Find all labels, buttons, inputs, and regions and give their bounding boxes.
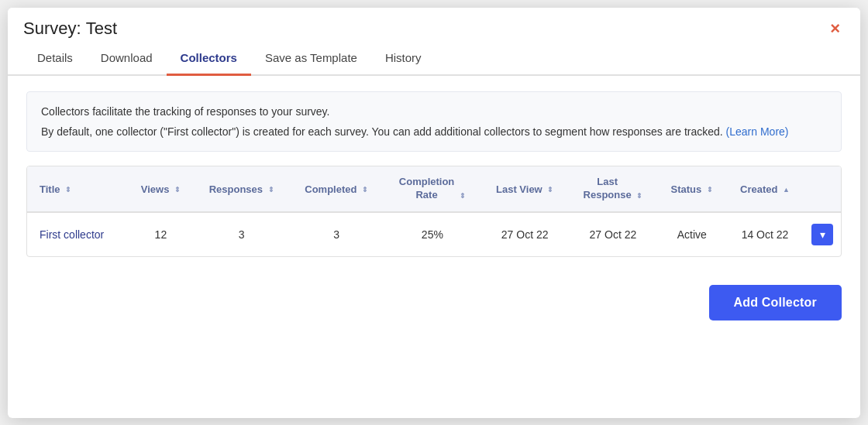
cell-completed: 3 — [290, 212, 384, 256]
tab-details[interactable]: Details — [23, 42, 87, 76]
modal-title-name: Test — [86, 19, 117, 38]
col-last-response-label: LastResponse — [584, 176, 632, 202]
row-action-button[interactable]: ▾ — [811, 224, 833, 245]
info-line2-text: By default, one collector ("First collec… — [41, 125, 723, 138]
sort-icon-completed: ⇕ — [362, 186, 368, 194]
cell-status: Active — [658, 212, 727, 256]
cell-action: ▾ — [804, 212, 841, 256]
cell-last-response: 27 Oct 22 — [568, 212, 657, 256]
col-views-label: Views — [141, 183, 170, 195]
info-line1: Collectors facilitate the tracking of re… — [41, 103, 827, 120]
collectors-table: Title ⇕ Views ⇕ Responses ⇕ Completed — [27, 166, 841, 256]
close-button[interactable]: × — [825, 19, 845, 39]
modal-body: Collectors facilitate the tracking of re… — [8, 76, 860, 273]
tab-collectors[interactable]: Collectors — [167, 42, 251, 76]
table-row: First collector 12 3 3 25% 27 Oct 22 27 … — [27, 212, 841, 256]
sort-icon-views: ⇕ — [174, 186, 181, 194]
cell-created: 14 Oct 22 — [726, 212, 804, 256]
col-responses-label: Responses — [209, 183, 263, 195]
tab-download[interactable]: Download — [87, 42, 167, 76]
sort-icon-last-response: ⇕ — [636, 192, 642, 200]
col-completion-rate-label: CompletionRate — [399, 176, 455, 202]
cell-views: 12 — [128, 212, 194, 256]
col-header-title[interactable]: Title ⇕ — [27, 166, 128, 212]
col-header-completion-rate[interactable]: CompletionRate ⇕ — [384, 166, 481, 212]
modal-title: Survey: Test — [23, 19, 117, 39]
sort-icon-completion-rate: ⇕ — [460, 192, 466, 200]
cell-last-view: 27 Oct 22 — [481, 212, 568, 256]
col-header-last-response[interactable]: LastResponse ⇕ — [568, 166, 657, 212]
sort-icon-created: ▲ — [783, 186, 790, 194]
tab-save-as-template[interactable]: Save as Template — [251, 42, 371, 76]
col-status-label: Status — [671, 183, 702, 195]
sort-icon-responses: ⇕ — [268, 186, 274, 194]
info-line2: By default, one collector ("First collec… — [41, 123, 827, 140]
col-completed-label: Completed — [305, 183, 356, 195]
info-box: Collectors facilitate the tracking of re… — [26, 91, 842, 153]
survey-modal: Survey: Test × Details Download Collecto… — [8, 8, 860, 418]
chevron-down-icon: ▾ — [820, 228, 825, 241]
col-header-responses[interactable]: Responses ⇕ — [194, 166, 290, 212]
sort-icon-last-view: ⇕ — [547, 186, 553, 194]
learn-more-link[interactable]: (Learn More) — [726, 125, 789, 138]
col-header-completed[interactable]: Completed ⇕ — [290, 166, 384, 212]
modal-title-prefix: Survey: — [23, 19, 81, 38]
col-title-label: Title — [40, 183, 60, 195]
col-created-label: Created — [740, 183, 777, 195]
col-header-action — [804, 166, 841, 212]
cell-title: First collector — [27, 212, 128, 256]
cell-completion-rate: 25% — [384, 212, 481, 256]
cell-responses: 3 — [194, 212, 290, 256]
col-last-view-label: Last View — [496, 183, 542, 195]
sort-icon-title: ⇕ — [65, 186, 71, 194]
tab-bar: Details Download Collectors Save as Temp… — [8, 42, 860, 76]
table-header-row: Title ⇕ Views ⇕ Responses ⇕ Completed — [27, 166, 841, 212]
modal-header: Survey: Test × — [8, 8, 860, 39]
add-collector-button[interactable]: Add Collector — [709, 285, 842, 320]
col-header-created[interactable]: Created ▲ — [726, 166, 804, 212]
sort-icon-status: ⇕ — [707, 186, 713, 194]
collectors-table-container: Title ⇕ Views ⇕ Responses ⇕ Completed — [26, 166, 842, 257]
col-header-last-view[interactable]: Last View ⇕ — [481, 166, 568, 212]
col-header-views[interactable]: Views ⇕ — [128, 166, 194, 212]
modal-footer: Add Collector — [8, 272, 860, 336]
col-header-status[interactable]: Status ⇕ — [658, 166, 727, 212]
tab-history[interactable]: History — [371, 42, 436, 76]
